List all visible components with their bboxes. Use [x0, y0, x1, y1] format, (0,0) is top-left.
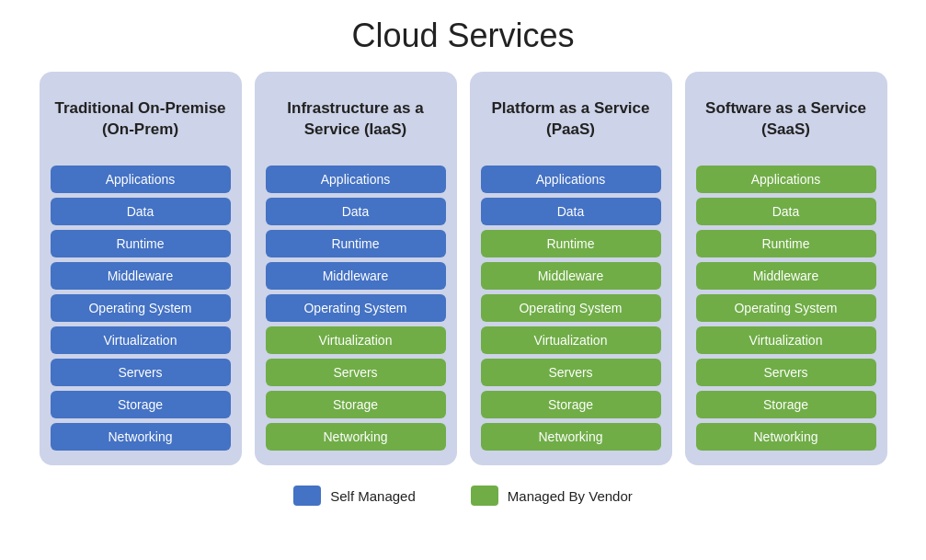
item-on-prem-5: Virtualization [51, 326, 231, 354]
self-managed-label: Self Managed [330, 488, 416, 504]
item-saas-1: Data [696, 198, 876, 225]
item-iaas-3: Middleware [266, 262, 446, 290]
legend-managed-vendor: Managed By Vendor [471, 486, 633, 506]
blue-swatch [293, 486, 321, 506]
item-paas-8: Networking [481, 423, 661, 451]
column-on-prem: Traditional On-Premise (On-Prem)Applicat… [40, 72, 242, 465]
item-iaas-5: Virtualization [266, 326, 446, 354]
item-iaas-1: Data [266, 198, 446, 225]
item-paas-0: Applications [481, 166, 661, 193]
column-saas: Software as a Service (SaaS)Applications… [685, 72, 887, 465]
item-on-prem-8: Networking [51, 423, 231, 451]
item-iaas-8: Networking [266, 423, 446, 451]
page-title: Cloud Services [351, 17, 574, 55]
item-saas-5: Virtualization [696, 326, 876, 354]
column-iaas: Infrastructure as a Service (IaaS)Applic… [255, 72, 457, 465]
item-iaas-7: Storage [266, 391, 446, 418]
item-iaas-2: Runtime [266, 230, 446, 257]
items-list-saas: ApplicationsDataRuntimeMiddlewareOperati… [696, 166, 876, 451]
item-paas-1: Data [481, 198, 661, 225]
item-paas-4: Operating System [481, 294, 661, 322]
item-saas-3: Middleware [696, 262, 876, 290]
item-on-prem-4: Operating System [51, 294, 231, 322]
item-paas-2: Runtime [481, 230, 661, 257]
items-list-iaas: ApplicationsDataRuntimeMiddlewareOperati… [266, 166, 446, 451]
item-on-prem-0: Applications [51, 166, 231, 193]
item-paas-5: Virtualization [481, 326, 661, 354]
items-list-on-prem: ApplicationsDataRuntimeMiddlewareOperati… [51, 166, 231, 451]
column-title-saas: Software as a Service (SaaS) [696, 86, 876, 153]
managed-by-vendor-label: Managed By Vendor [508, 488, 633, 504]
item-on-prem-7: Storage [51, 391, 231, 418]
columns-container: Traditional On-Premise (On-Prem)Applicat… [18, 72, 908, 465]
column-title-iaas: Infrastructure as a Service (IaaS) [266, 86, 446, 153]
item-iaas-4: Operating System [266, 294, 446, 322]
item-on-prem-2: Runtime [51, 230, 231, 257]
item-on-prem-1: Data [51, 198, 231, 225]
item-saas-6: Servers [696, 359, 876, 386]
item-saas-2: Runtime [696, 230, 876, 257]
item-on-prem-6: Servers [51, 359, 231, 386]
item-saas-8: Networking [696, 423, 876, 451]
item-iaas-6: Servers [266, 359, 446, 386]
legend-self-managed: Self Managed [293, 486, 416, 506]
item-saas-0: Applications [696, 166, 876, 193]
items-list-paas: ApplicationsDataRuntimeMiddlewareOperati… [481, 166, 661, 451]
item-paas-6: Servers [481, 359, 661, 386]
column-title-paas: Platform as a Service (PaaS) [481, 86, 661, 153]
item-iaas-0: Applications [266, 166, 446, 193]
column-paas: Platform as a Service (PaaS)Applications… [470, 72, 672, 465]
item-saas-4: Operating System [696, 294, 876, 322]
column-title-on-prem: Traditional On-Premise (On-Prem) [51, 86, 231, 153]
item-saas-7: Storage [696, 391, 876, 418]
item-on-prem-3: Middleware [51, 262, 231, 290]
item-paas-3: Middleware [481, 262, 661, 290]
legend: Self Managed Managed By Vendor [293, 486, 633, 506]
item-paas-7: Storage [481, 391, 661, 418]
green-swatch [471, 486, 498, 506]
